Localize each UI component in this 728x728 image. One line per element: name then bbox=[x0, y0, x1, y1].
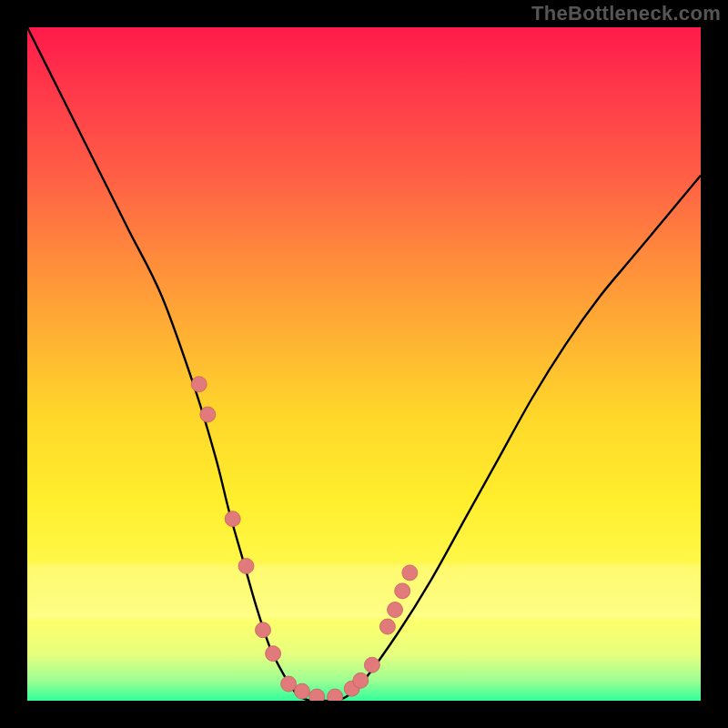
data-marker bbox=[364, 657, 379, 672]
data-marker bbox=[388, 602, 403, 618]
data-marker bbox=[191, 377, 207, 392]
data-marker bbox=[200, 407, 216, 422]
data-marker bbox=[328, 689, 343, 701]
data-marker bbox=[402, 565, 418, 581]
data-marker bbox=[266, 646, 281, 662]
chart-frame: TheBottleneck.com bbox=[0, 0, 728, 728]
plot-area bbox=[27, 27, 701, 701]
data-marker bbox=[379, 619, 395, 634]
data-marker bbox=[309, 689, 325, 701]
data-marker bbox=[238, 559, 254, 574]
data-marker bbox=[225, 511, 240, 527]
data-marker bbox=[395, 583, 410, 599]
watermark-text: TheBottleneck.com bbox=[531, 2, 721, 25]
data-marker bbox=[353, 672, 369, 688]
chart-svg bbox=[27, 27, 701, 701]
data-marker bbox=[281, 676, 297, 692]
data-marker bbox=[294, 683, 309, 699]
data-marker bbox=[256, 622, 271, 638]
curve-path bbox=[27, 27, 701, 701]
